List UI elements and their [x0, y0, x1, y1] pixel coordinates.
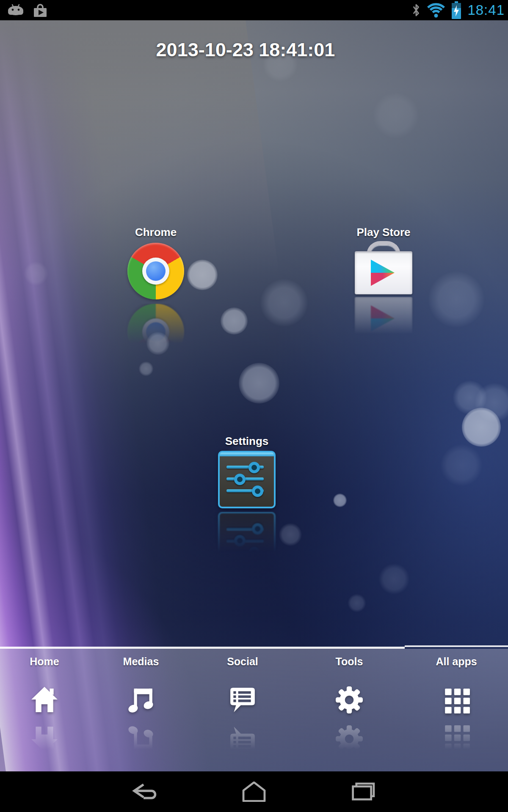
dock-item-label: Social — [202, 656, 283, 667]
shortcut-label: Settings — [200, 435, 293, 447]
bokeh-circle — [24, 261, 48, 286]
android-home-screen: 18:41 2013-10-23 18:41:01 Chrome Play St… — [0, 0, 508, 812]
clock-widget[interactable]: 2013-10-23 18:41:01 — [0, 39, 491, 61]
shortcut-label: Chrome — [109, 226, 202, 239]
dock-item-all-apps[interactable]: All apps — [416, 649, 497, 771]
shortcut-settings[interactable]: Settings — [200, 435, 293, 569]
recents-icon — [351, 782, 375, 801]
dock-item-social[interactable]: Social — [202, 649, 283, 771]
shortcut-play-store[interactable]: Play Store — [337, 226, 430, 350]
apps-grid-icon — [442, 686, 470, 714]
gear-icon-reflection — [335, 725, 363, 753]
chrome-icon-reflection — [109, 304, 202, 360]
shortcut-chrome[interactable]: Chrome — [109, 226, 202, 360]
chrome-icon — [127, 243, 184, 299]
bokeh-circle — [428, 272, 484, 327]
play-store-icon-reflection — [337, 297, 430, 350]
navigation-bar — [0, 771, 508, 812]
music-note-icon — [127, 686, 155, 714]
dock-item-tools[interactable]: Tools — [309, 649, 389, 771]
dock-item-label: Tools — [309, 656, 389, 667]
music-note-icon-reflection — [127, 725, 155, 753]
bokeh-circle — [260, 279, 308, 326]
back-button[interactable] — [116, 771, 175, 812]
dock-item-medias[interactable]: Medias — [101, 649, 181, 771]
bokeh-circle — [440, 444, 483, 486]
back-icon — [132, 784, 160, 800]
gear-icon — [335, 686, 363, 714]
bokeh-circle — [221, 307, 248, 335]
chat-bubble-list-icon-reflection — [229, 725, 257, 753]
home-icon — [30, 686, 58, 714]
dock-item-label: All apps — [416, 656, 497, 667]
bokeh-circle — [378, 563, 410, 595]
bokeh-circle — [333, 494, 347, 507]
home-nav-icon — [242, 782, 266, 802]
settings-icon-reflection — [200, 512, 293, 569]
bokeh-circle — [239, 363, 279, 403]
shortcut-label: Play Store — [337, 226, 430, 239]
home-icon-reflection — [30, 725, 58, 753]
bokeh-circle — [373, 92, 419, 139]
play-triangle-icon — [371, 260, 395, 286]
settings-sliders-icon — [218, 451, 276, 508]
home-button[interactable] — [224, 771, 284, 812]
wifi-icon — [427, 2, 445, 18]
bokeh-circle — [462, 408, 501, 447]
android-notification-icon — [6, 3, 25, 18]
status-bar-clock: 18:41 — [467, 2, 505, 19]
bluetooth-icon — [411, 3, 421, 18]
battery-charging-icon — [451, 1, 461, 19]
apps-grid-icon-reflection — [442, 725, 470, 753]
chat-bubble-list-icon — [229, 686, 257, 714]
status-bar-system-icons: 18:41 — [411, 2, 505, 19]
bokeh-circle — [139, 362, 153, 376]
bokeh-circle — [348, 594, 366, 612]
status-bar[interactable]: 18:41 — [0, 0, 508, 20]
dock-item-label: Home — [4, 656, 85, 667]
recents-button[interactable] — [334, 771, 393, 812]
dock: Home Medias — [0, 649, 508, 771]
dock-item-home[interactable]: Home — [4, 649, 85, 771]
play-store-bag-icon — [355, 241, 412, 294]
play-store-notification-icon — [32, 3, 48, 18]
dock-item-label: Medias — [101, 656, 181, 667]
status-bar-notifications — [6, 3, 48, 18]
